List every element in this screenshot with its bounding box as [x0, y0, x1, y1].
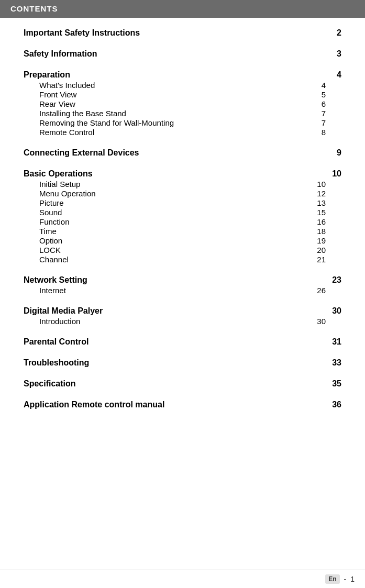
section-page-troubleshooting: 33 — [332, 358, 341, 368]
toc-sub-entry: What's Included4 — [39, 81, 326, 90]
toc-section-connecting-external-devices: Connecting External Devices9 — [24, 148, 341, 158]
sub-entries-basic-operations: Initial Setup10Menu Operation12Picture13… — [39, 180, 341, 264]
sub-entry-page: 30 — [317, 317, 326, 326]
toc-section-application-remote: Application Remote control manual36 — [24, 400, 341, 409]
sub-entry-label: Channel — [39, 255, 69, 264]
sub-entry-page: 4 — [322, 81, 326, 90]
section-label-troubleshooting: Troubleshooting — [24, 358, 89, 368]
sub-entry-label: Picture — [39, 198, 64, 207]
sub-entry-label: Menu Operation — [39, 189, 96, 198]
toc-sub-entry: Internet26 — [39, 286, 326, 295]
toc-section-title-safety-instructions: Important Safety Instructions2 — [24, 28, 341, 38]
contents-area: Important Safety Instructions2Safety Inf… — [0, 18, 365, 431]
sub-entry-label: Time — [39, 227, 57, 236]
sub-entry-page: 12 — [317, 189, 326, 198]
toc-section-title-basic-operations: Basic Operations10 — [24, 169, 341, 179]
toc-section-title-troubleshooting: Troubleshooting33 — [24, 358, 341, 368]
toc-sub-entry: Option19 — [39, 236, 326, 245]
section-label-network-setting: Network Setting — [24, 275, 87, 285]
toc-sub-entry: LOCK20 — [39, 246, 326, 254]
header-title: CONTENTS — [10, 4, 58, 13]
toc-section-troubleshooting: Troubleshooting33 — [24, 358, 341, 368]
sub-entry-label: Remote Control — [39, 128, 94, 137]
toc-section-basic-operations: Basic Operations10Initial Setup10Menu Op… — [24, 169, 341, 264]
sub-entry-page: 16 — [317, 217, 326, 226]
toc-sub-entry: Time18 — [39, 227, 326, 236]
section-page-application-remote: 36 — [332, 400, 341, 409]
toc-sub-entry: Initial Setup10 — [39, 180, 326, 188]
section-page-basic-operations: 10 — [332, 169, 341, 179]
sub-entry-page: 20 — [317, 246, 326, 254]
toc-section-title-safety-information: Safety Information3 — [24, 49, 341, 59]
sub-entry-page: 8 — [322, 128, 326, 137]
toc-section-network-setting: Network Setting23Internet26 — [24, 275, 341, 295]
toc-section-title-specification: Specification35 — [24, 379, 341, 389]
section-label-basic-operations: Basic Operations — [24, 169, 93, 179]
sub-entry-label: Sound — [39, 208, 62, 217]
toc-section-title-network-setting: Network Setting23 — [24, 275, 341, 285]
sub-entry-label: What's Included — [39, 81, 95, 90]
toc-sub-entry: Front View5 — [39, 90, 326, 99]
sub-entry-label: Installing the Base Stand — [39, 109, 126, 118]
section-label-digital-media-player: Digital Media Palyer — [24, 306, 103, 316]
section-label-safety-instructions: Important Safety Instructions — [24, 28, 140, 38]
sub-entry-page: 7 — [322, 118, 326, 127]
sub-entry-label: Internet — [39, 286, 66, 295]
toc-sub-entry: Removing the Stand for Wall-Mounting7 — [39, 118, 326, 127]
toc-sub-entry: Sound15 — [39, 208, 326, 217]
toc-section-title-digital-media-player: Digital Media Palyer30 — [24, 306, 341, 316]
footer-bar: En - 1 — [0, 570, 365, 588]
sub-entry-page: 10 — [317, 180, 326, 188]
toc-section-title-parental-control: Parental Control31 — [24, 337, 341, 347]
sub-entry-page: 13 — [317, 198, 326, 207]
sub-entry-label: LOCK — [39, 246, 61, 254]
section-page-connecting-external-devices: 9 — [337, 148, 341, 158]
section-label-safety-information: Safety Information — [24, 49, 97, 59]
toc-section-title-connecting-external-devices: Connecting External Devices9 — [24, 148, 341, 158]
footer-page: 1 — [350, 575, 355, 583]
section-label-connecting-external-devices: Connecting External Devices — [24, 148, 139, 158]
sub-entries-network-setting: Internet26 — [39, 286, 341, 295]
sub-entry-label: Front View — [39, 90, 76, 99]
sub-entry-page: 19 — [317, 236, 326, 245]
section-label-parental-control: Parental Control — [24, 337, 89, 347]
sub-entry-page: 7 — [322, 109, 326, 118]
section-page-network-setting: 23 — [332, 275, 341, 285]
footer-badge: En - 1 — [325, 574, 355, 584]
toc-sub-entry: Channel21 — [39, 255, 326, 264]
sub-entry-label: Option — [39, 236, 62, 245]
section-label-application-remote: Application Remote control manual — [24, 400, 164, 409]
sub-entry-label: Function — [39, 217, 70, 226]
section-label-preparation: Preparation — [24, 70, 70, 80]
section-page-specification: 35 — [332, 379, 341, 389]
sub-entries-preparation: What's Included4Front View5Rear View6Ins… — [39, 81, 341, 137]
sub-entry-page: 6 — [322, 99, 326, 108]
section-label-specification: Specification — [24, 379, 76, 389]
header-bar: CONTENTS — [0, 0, 365, 18]
toc-sub-entry: Remote Control8 — [39, 128, 326, 137]
sub-entry-page: 18 — [317, 227, 326, 236]
sub-entry-page: 21 — [317, 255, 326, 264]
toc-sub-entry: Rear View6 — [39, 99, 326, 108]
toc-section-title-preparation: Preparation4 — [24, 70, 341, 80]
toc-section-safety-information: Safety Information3 — [24, 49, 341, 59]
sub-entry-label: Introduction — [39, 317, 80, 326]
toc-section-specification: Specification35 — [24, 379, 341, 389]
sub-entry-page: 15 — [317, 208, 326, 217]
sub-entries-digital-media-player: Introduction30 — [39, 317, 341, 326]
toc-section-title-application-remote: Application Remote control manual36 — [24, 400, 341, 409]
toc-section-parental-control: Parental Control31 — [24, 337, 341, 347]
toc-sub-entry: Function16 — [39, 217, 326, 226]
lang-box: En — [325, 574, 339, 584]
footer-separator: - — [344, 575, 347, 583]
toc-sub-entry: Menu Operation12 — [39, 189, 326, 198]
section-page-safety-instructions: 2 — [337, 28, 341, 38]
sub-entry-label: Rear View — [39, 99, 75, 108]
section-page-preparation: 4 — [337, 70, 341, 80]
sub-entry-page: 5 — [322, 90, 326, 99]
toc-section-safety-instructions: Important Safety Instructions2 — [24, 28, 341, 38]
sub-entry-label: Removing the Stand for Wall-Mounting — [39, 118, 174, 127]
toc-section-preparation: Preparation4What's Included4Front View5R… — [24, 70, 341, 137]
toc-sub-entry: Picture13 — [39, 198, 326, 207]
section-page-parental-control: 31 — [332, 337, 341, 347]
